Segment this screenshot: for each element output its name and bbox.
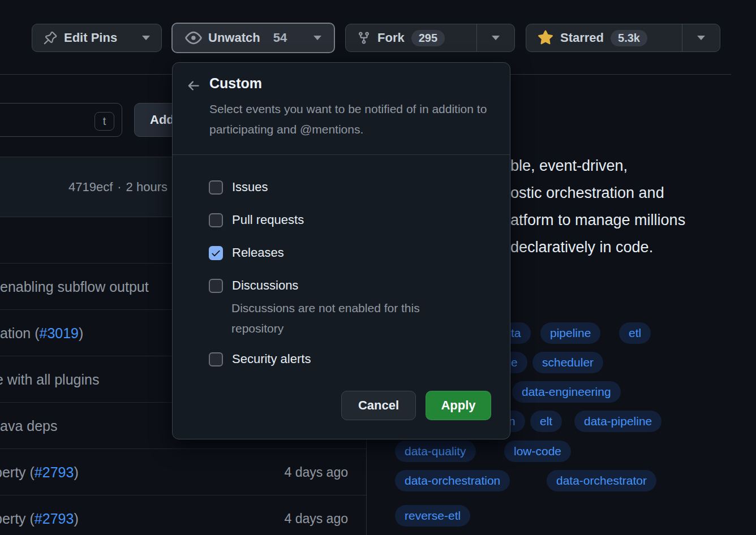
chevron-down-icon	[697, 36, 705, 40]
topic-tag[interactable]: pipeline	[540, 322, 600, 344]
issue-link[interactable]: #2793	[35, 510, 74, 526]
unwatch-label: Unwatch	[208, 31, 260, 45]
issue-link[interactable]: #2793	[35, 464, 74, 480]
releases-checkbox[interactable]	[209, 246, 223, 260]
star-icon	[538, 30, 553, 46]
issue-link[interactable]: #3019	[39, 325, 79, 340]
table-row[interactable]: perty (#2793) 4 days ago	[0, 495, 366, 535]
option-issues[interactable]: Issues	[209, 180, 268, 195]
option-releases[interactable]: Releases	[209, 245, 284, 260]
panel-description: Select events you want to be notified of…	[209, 99, 492, 140]
commit-time: 2 hours	[126, 180, 167, 195]
unwatch-button[interactable]: Unwatch 54	[171, 23, 335, 53]
about-description-line: ble, event-driven,	[510, 157, 628, 175]
eye-icon	[185, 29, 202, 46]
starred-button-group: Starred 5.3k	[526, 24, 720, 52]
commit-separator: ·	[117, 180, 121, 195]
issues-label: Issues	[232, 180, 268, 195]
star-dropdown-button[interactable]	[682, 24, 720, 51]
topic-tag[interactable]: reverse-etl	[395, 505, 470, 527]
about-description-line: ostic orchestration and	[510, 184, 664, 202]
commit-date: 4 days ago	[284, 511, 348, 526]
commit-message[interactable]: perty (#2793)	[0, 464, 79, 480]
commit-sha[interactable]: 4719ecf	[68, 180, 113, 195]
back-arrow-button[interactable]	[186, 79, 201, 93]
fork-icon	[357, 31, 371, 45]
chevron-down-icon	[142, 36, 150, 40]
topic-tag[interactable]: low-code	[504, 441, 571, 462]
fork-button-group: Fork 295	[345, 24, 515, 52]
star-count-badge: 5.3k	[611, 30, 647, 46]
pin-icon	[44, 31, 57, 45]
releases-label: Releases	[232, 245, 284, 260]
topic-tag[interactable]: data-orchestrator	[547, 470, 656, 491]
fork-label: Fork	[377, 31, 405, 45]
commit-message[interactable]: perty (#2793)	[0, 510, 79, 527]
pull-requests-label: Pull requests	[232, 213, 304, 227]
divider	[173, 154, 510, 155]
pull-requests-checkbox[interactable]	[209, 213, 223, 227]
edit-pins-button[interactable]: Edit Pins	[32, 24, 162, 52]
discussions-checkbox[interactable]	[209, 279, 223, 293]
security-alerts-label: Security alerts	[232, 352, 311, 366]
commit-message[interactable]: ation (#3019)	[0, 325, 83, 341]
table-row[interactable]: perty (#2793) 4 days ago	[0, 449, 366, 495]
custom-watch-panel: Custom Select events you want to be noti…	[172, 62, 510, 439]
commit-message[interactable]: enabling subflow output	[0, 278, 149, 295]
commit-message[interactable]: e with all plugins	[0, 371, 99, 387]
panel-title: Custom	[209, 75, 262, 92]
discussions-label: Discussions	[232, 278, 298, 293]
about-description-line: declaratively in code.	[510, 239, 653, 256]
fork-dropdown-button[interactable]	[477, 24, 514, 51]
topic-tag[interactable]: data-orchestration	[395, 470, 510, 491]
topic-tag[interactable]: elt	[530, 411, 562, 432]
topic-tag[interactable]: data-quality	[395, 441, 476, 462]
apply-button[interactable]: Apply	[426, 391, 491, 420]
starred-label: Starred	[560, 31, 604, 45]
chevron-down-icon	[492, 36, 500, 40]
security-alerts-checkbox[interactable]	[209, 352, 223, 366]
topic-tag[interactable]: etl	[619, 322, 651, 344]
topic-tag[interactable]: data-pipeline	[574, 411, 662, 432]
fork-button[interactable]: Fork 295	[346, 24, 476, 51]
commit-message[interactable]: ava deps	[0, 417, 57, 434]
chevron-down-icon	[313, 36, 321, 40]
fork-count-badge: 295	[411, 30, 445, 46]
option-discussions[interactable]: Discussions	[209, 278, 298, 293]
watch-count: 54	[273, 31, 287, 45]
add-file-label: Add	[150, 113, 174, 127]
option-pull-requests[interactable]: Pull requests	[209, 213, 304, 227]
topic-tag[interactable]: scheduler	[532, 352, 603, 373]
commit-date: 4 days ago	[284, 464, 348, 480]
option-security-alerts[interactable]: Security alerts	[209, 352, 311, 366]
edit-pins-label: Edit Pins	[64, 31, 117, 45]
about-description-line: atform to manage millions	[510, 212, 685, 229]
topic-tag[interactable]: data-engineering	[512, 381, 621, 403]
cancel-button[interactable]: Cancel	[341, 391, 416, 420]
discussions-note: Discussions are not enabled for this rep…	[231, 298, 475, 339]
issues-checkbox[interactable]	[209, 180, 223, 195]
starred-button[interactable]: Starred 5.3k	[526, 24, 682, 51]
keyboard-shortcut-hint: t	[94, 112, 114, 131]
